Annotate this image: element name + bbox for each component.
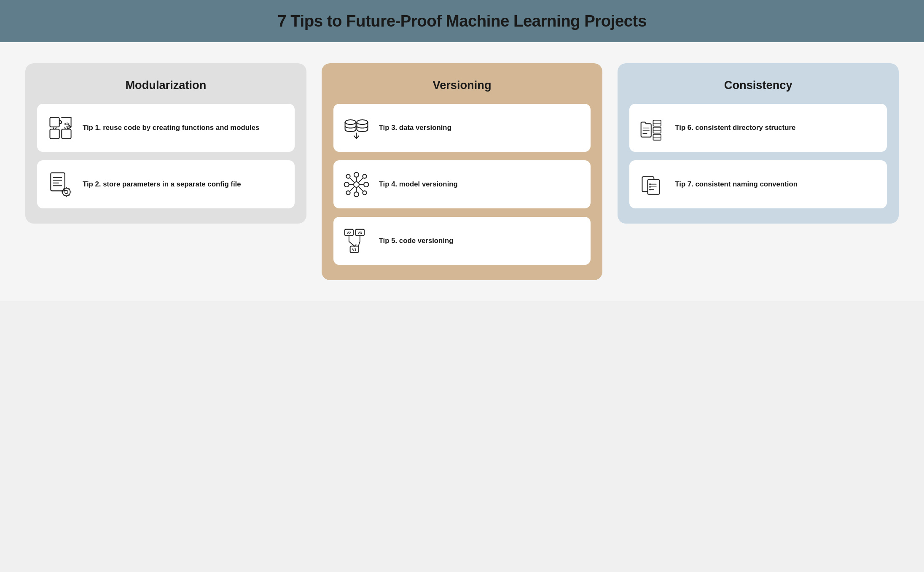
page-title: 7 Tips to Future-Proof Machine Learning … [17, 12, 907, 30]
puzzle-icon: </> [46, 113, 75, 143]
tip4-text: Tip 4. model versioning [379, 179, 458, 189]
svg-point-13 [364, 182, 368, 186]
svg-line-25 [359, 187, 363, 191]
svg-line-22 [350, 178, 354, 181]
category-modularization: Modularization </> Tip 1. [25, 63, 306, 224]
database-icon [342, 113, 371, 143]
svg-line-24 [350, 187, 354, 191]
tip5-text: Tip 5. code versioning [379, 236, 454, 246]
svg-point-37 [649, 183, 651, 185]
svg-point-17 [363, 191, 367, 194]
tip-card-6: Tip 6. consistent directory structure [629, 104, 887, 152]
category-versioning: Versioning Tip 3. data versioning [322, 63, 603, 280]
svg-text:V3: V3 [357, 230, 362, 235]
svg-point-8 [357, 120, 368, 124]
tip-card-5: V2 V3 V1 Tip 5. code versioning [333, 217, 591, 265]
tip-card-4: Tip 4. model versioning [333, 160, 591, 208]
tip-card-1: </> Tip 1. reuse code by creating functi… [37, 104, 295, 152]
svg-point-7 [345, 120, 356, 124]
tip2-text: Tip 2. store parameters in a separate co… [83, 179, 241, 189]
svg-point-14 [346, 174, 350, 178]
svg-point-39 [649, 189, 651, 190]
svg-point-38 [649, 186, 651, 188]
category-consistency: Consistency T [618, 63, 899, 224]
tip-card-7: Tip 7. consistent naming convention [629, 160, 887, 208]
category-title-modularization: Modularization [37, 78, 295, 92]
tip6-text: Tip 6. consistent directory structure [675, 123, 795, 133]
svg-point-9 [354, 182, 359, 187]
svg-rect-33 [653, 127, 661, 133]
svg-point-15 [363, 174, 367, 178]
tip-card-3: Tip 3. data versioning [333, 104, 591, 152]
header: 7 Tips to Future-Proof Machine Learning … [0, 0, 924, 42]
svg-rect-1 [50, 129, 59, 138]
category-title-consistency: Consistency [629, 78, 887, 92]
directory-icon [638, 113, 667, 143]
tip1-text: Tip 1. reuse code by creating functions … [83, 123, 259, 133]
svg-rect-2 [62, 129, 71, 138]
svg-point-12 [344, 182, 349, 186]
svg-text:V2: V2 [346, 230, 351, 235]
tip-card-2: Tip 2. store parameters in a separate co… [37, 160, 295, 208]
svg-line-23 [359, 178, 363, 181]
svg-rect-4 [51, 173, 64, 191]
code-version-icon: V2 V3 V1 [342, 226, 371, 256]
config-icon [46, 170, 75, 199]
svg-point-16 [346, 191, 350, 194]
svg-text:V1: V1 [352, 247, 357, 251]
model-icon [342, 170, 371, 199]
svg-point-10 [354, 172, 359, 177]
svg-point-6 [64, 190, 67, 193]
svg-rect-32 [653, 120, 661, 126]
tip3-text: Tip 3. data versioning [379, 123, 451, 133]
main-content: Modularization </> Tip 1. [0, 42, 924, 301]
naming-icon [638, 170, 667, 199]
category-title-versioning: Versioning [333, 78, 591, 92]
svg-rect-34 [653, 134, 661, 140]
tip7-text: Tip 7. consistent naming convention [675, 179, 798, 189]
svg-point-11 [354, 192, 359, 197]
svg-rect-0 [50, 117, 59, 127]
